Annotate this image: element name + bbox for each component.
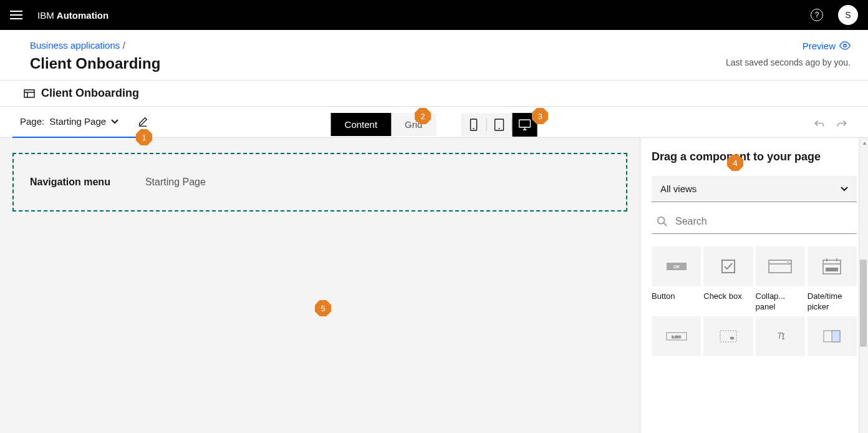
svg-rect-19 bbox=[823, 260, 841, 274]
component-collapsible-panel[interactable]: Collap... panel bbox=[756, 246, 805, 314]
page-selector[interactable]: Page: Starting Page bbox=[12, 111, 148, 139]
svg-rect-9 bbox=[519, 120, 530, 127]
header-right: ? S bbox=[811, 5, 858, 25]
chevron-down-icon bbox=[841, 187, 848, 192]
decimal-icon: 3.890 bbox=[664, 330, 689, 343]
top-header: IBM Automation ? S bbox=[0, 0, 868, 30]
panel-icon bbox=[768, 259, 793, 274]
svg-rect-16 bbox=[722, 260, 735, 273]
content-tab[interactable]: Content bbox=[331, 113, 392, 136]
marker-4: 4 bbox=[727, 155, 743, 171]
device-toggle bbox=[461, 113, 537, 137]
component-split[interactable] bbox=[808, 316, 857, 382]
search-input[interactable] bbox=[675, 216, 852, 227]
component-datetime-picker[interactable]: 12:00 Date/time picker bbox=[808, 246, 857, 314]
svg-text:12:00: 12:00 bbox=[828, 268, 836, 271]
toolbar-right bbox=[813, 119, 856, 131]
avatar[interactable]: S bbox=[838, 5, 858, 25]
component-decimal[interactable]: 3.890 bbox=[652, 316, 701, 382]
toolbar: Page: Starting Page Content Grid bbox=[0, 107, 868, 138]
svg-rect-31 bbox=[832, 331, 840, 342]
preview-label: Preview bbox=[803, 41, 836, 51]
page-name: Starting Page bbox=[49, 116, 106, 127]
search-icon bbox=[657, 216, 668, 227]
breadcrumb: Business applications / bbox=[30, 40, 838, 51]
component-grid: OK Button Check box Collap... panel 12:0… bbox=[652, 246, 857, 382]
header-left: IBM Automation bbox=[10, 10, 109, 21]
select-icon bbox=[719, 329, 738, 343]
logo: IBM Automation bbox=[37, 10, 109, 21]
saved-status: Last saved seconds ago by you. bbox=[726, 57, 851, 67]
canvas[interactable]: Navigation menu Starting Page bbox=[0, 138, 640, 433]
scroll-up-icon[interactable]: ▴ bbox=[863, 139, 866, 146]
component-button[interactable]: OK Button bbox=[652, 246, 701, 314]
edit-icon[interactable] bbox=[137, 116, 148, 127]
svg-rect-27 bbox=[720, 331, 736, 342]
svg-line-13 bbox=[664, 223, 667, 226]
svg-point-12 bbox=[658, 217, 665, 224]
tablet-button[interactable] bbox=[486, 113, 511, 137]
text-icon: T bbox=[771, 330, 789, 343]
page-title: Client Onboarding bbox=[30, 55, 838, 72]
nav-page: Starting Page bbox=[145, 177, 206, 188]
hamburger-menu-icon[interactable] bbox=[10, 11, 22, 19]
search-box[interactable] bbox=[652, 210, 857, 234]
eye-icon bbox=[839, 40, 851, 51]
logo-prefix: IBM bbox=[37, 10, 57, 21]
calendar-icon: 12:00 bbox=[822, 258, 842, 275]
redo-icon[interactable] bbox=[836, 119, 848, 131]
nav-row: Navigation menu Starting Page bbox=[26, 169, 614, 195]
checkbox-icon bbox=[721, 259, 736, 274]
component-checkbox[interactable]: Check box bbox=[703, 246, 753, 314]
scrollbar-thumb[interactable] bbox=[860, 260, 867, 347]
app-icon bbox=[24, 89, 35, 98]
svg-text:OK: OK bbox=[673, 265, 680, 269]
sub-header: Client Onboarding bbox=[0, 80, 868, 107]
component-label: Check box bbox=[703, 290, 741, 313]
panel-title: Drag a component to your page bbox=[652, 150, 857, 163]
marker-2: 2 bbox=[415, 108, 431, 124]
marker-3: 3 bbox=[532, 108, 548, 124]
nav-label: Navigation menu bbox=[30, 177, 110, 188]
svg-rect-1 bbox=[24, 90, 34, 97]
page-label: Page: bbox=[20, 116, 44, 127]
canvas-dropzone[interactable]: Navigation menu Starting Page bbox=[12, 153, 627, 212]
component-label: Button bbox=[652, 290, 675, 313]
svg-text:3.890: 3.890 bbox=[672, 335, 682, 339]
dropdown-label: All views bbox=[660, 183, 697, 194]
sub-title: Client Onboarding bbox=[41, 87, 139, 100]
scrollbar[interactable]: ▴ ▾ bbox=[859, 138, 868, 433]
svg-point-0 bbox=[844, 44, 847, 47]
header-actions: Preview Last saved seconds ago by you. bbox=[726, 40, 851, 67]
split-icon bbox=[822, 329, 841, 343]
breadcrumb-link[interactable]: Business applications bbox=[30, 40, 120, 51]
component-text[interactable]: T bbox=[756, 316, 805, 382]
views-dropdown[interactable]: All views bbox=[652, 176, 857, 202]
components-panel: Drag a component to your page All views … bbox=[640, 138, 868, 433]
logo-bold: Automation bbox=[57, 10, 109, 21]
undo-icon[interactable] bbox=[813, 119, 826, 131]
button-icon: OK bbox=[664, 260, 689, 273]
svg-rect-28 bbox=[730, 337, 734, 339]
breadcrumb-sep: / bbox=[123, 40, 125, 51]
toolbar-center: Content Grid bbox=[331, 113, 538, 137]
page-header: Business applications / Client Onboardin… bbox=[0, 30, 868, 80]
content-area: Navigation menu Starting Page Drag a com… bbox=[0, 138, 868, 433]
preview-link[interactable]: Preview bbox=[726, 40, 851, 51]
phone-button[interactable] bbox=[461, 113, 486, 137]
component-select[interactable] bbox=[703, 316, 753, 382]
chevron-down-icon[interactable] bbox=[111, 119, 118, 124]
component-label: Collap... panel bbox=[756, 290, 805, 314]
help-icon[interactable]: ? bbox=[811, 9, 823, 21]
component-label: Date/time picker bbox=[808, 290, 857, 314]
